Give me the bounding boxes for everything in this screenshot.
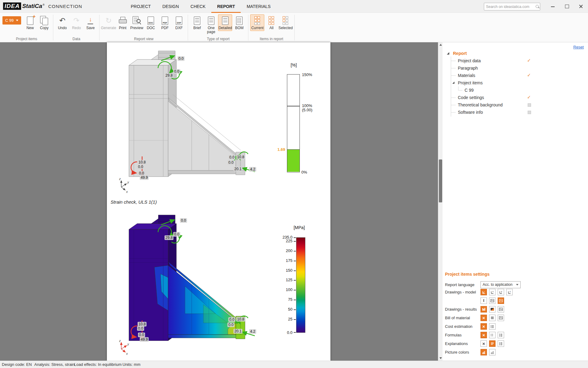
ribbon-group-label: Report view [101, 37, 186, 42]
redo-icon: ↷ [73, 17, 79, 24]
tab-design[interactable]: DESIGN [156, 0, 185, 13]
model-view-y-button[interactable]: y [498, 289, 504, 295]
bom-picture-button[interactable] [498, 315, 504, 321]
tree-item-software-info[interactable]: Software info [446, 109, 585, 116]
scroll-down-button[interactable] [438, 356, 443, 361]
scroll-up-button[interactable] [438, 42, 443, 47]
mpa-tick [294, 270, 296, 271]
tree-item-report[interactable]: Report [446, 50, 585, 57]
one-page-button[interactable]: One page [204, 14, 218, 35]
colors-grayscale-button[interactable] [489, 349, 496, 355]
checked-icon[interactable]: ✓ [527, 72, 531, 78]
model-view-z-button[interactable]: z [506, 289, 513, 295]
setting-explanations: Explanations × [445, 340, 586, 347]
preview-button[interactable]: Preview [130, 14, 144, 31]
results-half-plot-button[interactable] [489, 306, 496, 312]
all-items-button[interactable]: All [264, 14, 278, 31]
mpa-tick-label: 175 [268, 258, 292, 263]
load-label: 20.1 [233, 329, 242, 334]
undo-icon: ↶ [59, 17, 65, 24]
explanations-none-button[interactable]: × [481, 340, 487, 347]
copy-button[interactable]: Copy [37, 14, 51, 31]
model-view-x-button[interactable]: x [489, 289, 496, 295]
checked-icon[interactable]: ✓ [527, 58, 531, 63]
colors-color-button[interactable] [481, 349, 487, 355]
tree-item-theoretical-background[interactable]: Theoretical background [446, 101, 585, 109]
axis-y-label: y [127, 343, 129, 346]
bom-button[interactable]: BOM [232, 14, 246, 31]
save-button[interactable]: ↓ Save [83, 14, 97, 31]
project-item-label: C 99 [5, 18, 13, 23]
expand-collapse-icon[interactable] [452, 82, 454, 84]
tab-report[interactable]: REPORT [211, 0, 241, 13]
results-color-plot-button[interactable] [481, 306, 487, 312]
formulas-none-button[interactable]: × [481, 332, 487, 338]
close-button[interactable] [574, 0, 588, 13]
explanations-detailed-button[interactable] [498, 340, 504, 347]
print-button[interactable]: Print [115, 14, 130, 31]
list-icon [490, 324, 494, 328]
export-pdf-button[interactable]: PDF PDF [158, 14, 172, 31]
axis-z-label: z [119, 177, 121, 181]
search-icon[interactable] [535, 5, 538, 9]
model-picture-small-button[interactable] [489, 297, 496, 304]
undo-button[interactable]: ↶ Undo [55, 14, 69, 31]
window-controls [546, 0, 588, 13]
bom-lines-button[interactable] [489, 315, 496, 321]
minimize-button[interactable] [546, 0, 560, 13]
tree-item-project-data[interactable]: Project data ✓ [446, 57, 585, 64]
report-language-select[interactable]: Acc. to application [481, 281, 521, 288]
figure-strain-model: z y x [111, 48, 285, 196]
unchecked-icon[interactable] [528, 103, 531, 107]
model-axonometry-button[interactable] [481, 289, 487, 295]
search-box[interactable] [484, 3, 540, 10]
tree-item-paragraph[interactable]: Paragraph [446, 64, 585, 72]
status-analysis: Analysis: Stress, strain [34, 362, 75, 367]
bom-none-button[interactable]: × [481, 315, 487, 321]
expand-collapse-icon[interactable] [447, 52, 449, 55]
export-doc-button[interactable]: DOC DOC [144, 14, 158, 31]
cost-table-button[interactable] [489, 323, 496, 330]
axes-triad-icon [121, 181, 126, 190]
load-label: 0.0 [137, 326, 144, 331]
scrollbar-thumb[interactable] [439, 159, 442, 202]
project-item-selector[interactable]: C 99 [2, 16, 21, 25]
reset-link[interactable]: Reset [573, 45, 584, 49]
selected-items-button[interactable]: Selected [278, 14, 292, 31]
detailed-button[interactable]: Detailed [218, 14, 232, 31]
tree-item-code-settings[interactable]: Code settings ✓ [446, 94, 585, 101]
brief-button[interactable]: Brief [190, 14, 204, 31]
results-picture-button[interactable] [498, 306, 504, 312]
setting-cost-estimation: Cost estimation × [445, 323, 586, 330]
selected-items-icon [283, 16, 288, 25]
mpa-tick-label: 0.0 [268, 330, 292, 335]
tree-item-materials[interactable]: Materials ✓ [446, 72, 585, 79]
formulas-brief-button[interactable] [489, 332, 496, 338]
maximize-button[interactable] [560, 0, 574, 13]
vertical-scrollbar[interactable] [438, 42, 443, 361]
current-items-button[interactable]: Current [250, 14, 264, 31]
model-picture-large-button[interactable] [498, 297, 504, 304]
tab-materials[interactable]: MATERIALS [241, 0, 276, 13]
checked-icon[interactable]: ✓ [527, 94, 531, 100]
cost-none-button[interactable]: × [481, 323, 487, 330]
formulas-detailed-button[interactable] [498, 332, 504, 338]
tab-project[interactable]: PROJECT [125, 0, 156, 13]
mpa-tick-label: 50 [268, 307, 292, 312]
explanations-brief-button[interactable] [489, 340, 496, 347]
setting-bill-of-material: Bill of material × [445, 314, 586, 321]
unchecked-icon[interactable] [528, 111, 531, 114]
tab-check[interactable]: CHECK [185, 0, 211, 13]
print-icon [119, 17, 126, 25]
new-button[interactable]: + New [23, 14, 37, 31]
load-label: 0.0 [228, 160, 235, 165]
x-icon: × [482, 341, 485, 346]
tree-item-project-items[interactable]: Project items [446, 79, 585, 86]
tree-item-c99[interactable]: C 99 [446, 86, 585, 94]
search-input[interactable] [484, 5, 535, 9]
report-page: z y x 0.0 29.8 0.0 10.8 0.0 0.0 49.9 0.0… [107, 42, 330, 361]
export-dxf-button[interactable]: DXF DXF [172, 14, 186, 31]
ribbon-group-items-in-report: Current All Selected Items in report [248, 13, 294, 42]
load-label: 4.2 [249, 167, 256, 172]
model-text-size-button[interactable]: I [481, 297, 487, 304]
